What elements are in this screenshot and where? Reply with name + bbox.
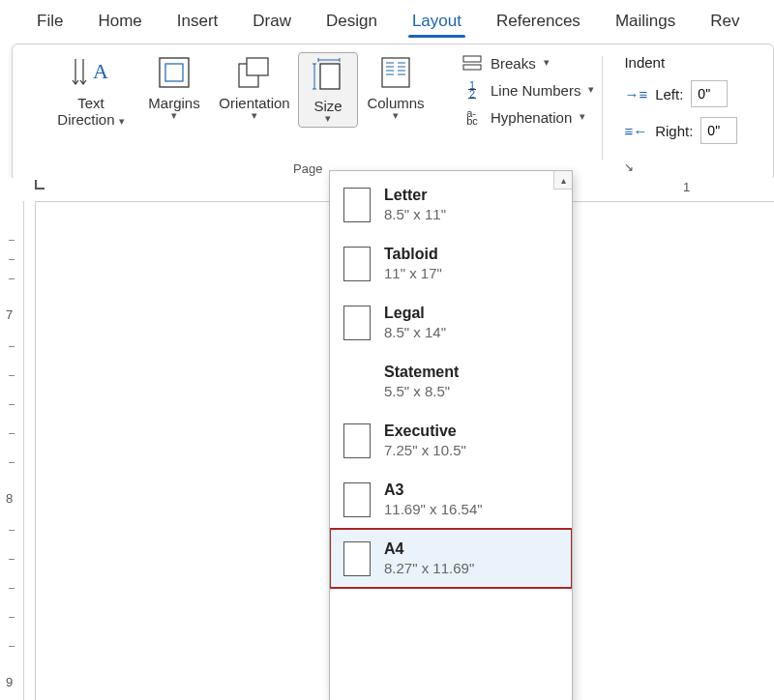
indent-left-input[interactable] — [691, 80, 728, 107]
ruler-tick-1: 1 — [683, 180, 690, 194]
tab-stop-marker[interactable] — [35, 180, 45, 190]
group-page-setup-right: Breaks ▾ 12 Line Numbers ▾ a-bc Hyphenat… — [452, 52, 594, 178]
size-name: Legal — [384, 305, 446, 322]
size-dims: 8.5" x 14" — [384, 324, 446, 340]
tab-insert[interactable]: Insert — [160, 4, 236, 41]
hyphenation-icon: a-bc — [461, 108, 483, 126]
text-direction-label-1: Text — [77, 95, 104, 111]
paper-icon — [343, 423, 371, 458]
paper-icon — [343, 306, 371, 340]
tab-review[interactable]: Rev — [693, 4, 757, 41]
breaks-icon — [461, 54, 483, 72]
indent-right-input[interactable] — [700, 117, 737, 144]
tab-design[interactable]: Design — [309, 4, 395, 41]
orientation-button[interactable]: Orientation ▾ — [211, 52, 298, 122]
chevron-down-icon: ▾ — [580, 110, 585, 123]
chevron-down-icon: ▾ — [393, 109, 399, 122]
line-numbers-button[interactable]: 12 Line Numbers ▾ — [461, 81, 594, 99]
scroll-up-button[interactable]: ▴ — [553, 171, 572, 190]
line-numbers-label: Line Numbers — [491, 82, 580, 99]
size-dims: 11.69" x 16.54" — [384, 501, 483, 517]
vertical-ruler[interactable]: 7 8 9 — [0, 201, 24, 700]
margins-button[interactable]: Margins ▾ — [137, 52, 211, 122]
ruler-tick-9: 9 — [6, 675, 13, 689]
paper-icon — [343, 365, 371, 399]
size-option-a3[interactable]: A3 11.69" x 16.54" — [330, 470, 572, 529]
breaks-label: Breaks — [491, 55, 536, 72]
columns-icon — [380, 54, 411, 91]
chevron-down-icon: ▾ — [325, 112, 331, 125]
paper-icon — [343, 188, 371, 222]
paper-icon — [343, 541, 371, 576]
indent-left-icon: →≡ — [624, 86, 647, 102]
tab-file[interactable]: File — [19, 4, 80, 41]
size-name: A3 — [384, 481, 483, 499]
size-dims: 8.5" x 11" — [384, 206, 446, 222]
size-icon — [311, 57, 345, 94]
size-name: Letter — [384, 187, 446, 204]
svg-rect-13 — [320, 64, 340, 89]
breaks-button[interactable]: Breaks ▾ — [461, 54, 594, 72]
size-name: Tabloid — [384, 246, 442, 263]
orientation-icon — [237, 54, 272, 91]
indent-right-icon: ≡← — [624, 123, 647, 139]
page-setup-group-label: Page — [293, 161, 322, 176]
chevron-down-icon: ▾ — [588, 83, 594, 96]
size-dims: 11" x 17" — [384, 265, 442, 281]
size-option-statement[interactable]: Statement 5.5" x 8.5" — [330, 352, 572, 411]
size-option-tabloid[interactable]: Tabloid 11" x 17" — [330, 234, 572, 293]
size-button[interactable]: Size ▾ — [298, 52, 358, 128]
indent-right-label: Right: — [655, 123, 693, 139]
text-direction-icon: A — [70, 54, 112, 91]
chevron-down-icon: ▾ — [171, 109, 177, 122]
size-option-legal[interactable]: Legal 8.5" x 14" — [330, 293, 572, 352]
chevron-down-icon: ▾ — [544, 56, 550, 69]
svg-rect-4 — [165, 64, 183, 81]
tab-home[interactable]: Home — [80, 4, 159, 41]
svg-rect-6 — [247, 58, 268, 75]
hyphenation-label: Hyphenation — [491, 109, 572, 126]
size-dropdown-menu: ▴ Letter 8.5" x 11" Tabloid 11" x 17" Le… — [329, 170, 573, 700]
group-separator — [602, 56, 603, 160]
tab-draw[interactable]: Draw — [235, 4, 309, 41]
ruler-tick-7: 7 — [6, 307, 13, 322]
chevron-down-icon: ▾ — [252, 109, 257, 122]
hyphenation-button[interactable]: a-bc Hyphenation ▾ — [461, 108, 594, 126]
size-name: Executive — [384, 423, 466, 440]
ruler-tick-8: 8 — [6, 491, 13, 506]
size-dims: 7.25" x 10.5" — [384, 442, 466, 458]
columns-button[interactable]: Columns ▾ — [358, 52, 433, 122]
chevron-down-icon: ▾ — [119, 115, 125, 127]
tab-layout[interactable]: Layout — [395, 4, 479, 41]
svg-rect-24 — [463, 65, 481, 70]
size-name: A4 — [384, 540, 474, 558]
svg-rect-23 — [463, 56, 481, 62]
size-name: Statement — [384, 364, 459, 381]
ribbon-tabs: File Home Insert Draw Design Layout Refe… — [0, 0, 774, 42]
size-option-letter[interactable]: Letter 8.5" x 11" — [330, 175, 572, 234]
tab-mailings[interactable]: Mailings — [598, 4, 693, 41]
page-setup-launcher[interactable]: ↘ — [624, 160, 634, 174]
svg-rect-3 — [160, 58, 189, 87]
svg-text:A: A — [93, 59, 108, 83]
tab-references[interactable]: References — [479, 4, 598, 41]
group-page-setup: A Text Text DirectionDirection ▾ Margins… — [26, 52, 452, 178]
size-dims: 8.27" x 11.69" — [384, 560, 474, 576]
indent-left-label: Left: — [655, 86, 683, 102]
size-option-executive[interactable]: Executive 7.25" x 10.5" — [330, 411, 572, 470]
line-numbers-icon: 12 — [461, 81, 483, 99]
text-direction-button[interactable]: A Text Text DirectionDirection ▾ — [45, 52, 137, 128]
group-indent: Indent →≡ Left: ≡← Right: — [610, 52, 737, 178]
size-option-a4[interactable]: A4 8.27" x 11.69" — [330, 529, 572, 588]
size-dims: 5.5" x 8.5" — [384, 383, 459, 399]
ribbon-layout: A Text Text DirectionDirection ▾ Margins… — [12, 44, 774, 181]
indent-title: Indent — [624, 54, 737, 71]
paper-icon — [343, 482, 371, 517]
margins-icon — [158, 54, 191, 91]
paper-icon — [343, 247, 371, 281]
